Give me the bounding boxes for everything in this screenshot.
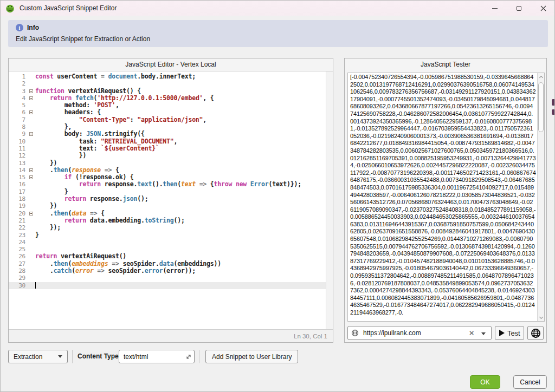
code-text: return fetch('http://127.0.0.1:5000/embe…: [35, 95, 326, 102]
code-line: 1const userContent = document.body.inner…: [9, 73, 326, 80]
tester-output[interactable]: [-0.004752340726554394,-0.00598675198853…: [348, 73, 537, 321]
line-number: 25: [9, 246, 28, 253]
tester-scrollbar[interactable]: [537, 73, 544, 321]
scroll-up-button[interactable]: [538, 73, 545, 80]
fold-marker[interactable]: [28, 210, 35, 217]
line-number: 7: [9, 116, 28, 123]
code-line: 9 body: JSON.stringify({: [9, 130, 326, 138]
code-line: 19 }): [9, 202, 326, 210]
fold-marker[interactable]: [28, 174, 35, 181]
minimize-icon: [492, 8, 498, 9]
maximize-icon: [517, 6, 521, 11]
code-line: 2: [9, 80, 326, 87]
code-text: },: [35, 123, 326, 130]
code-text: function vertextAiRequest() {: [35, 88, 326, 95]
window-edge-artifact: [552, 109, 555, 115]
code-editor[interactable]: 1const userContent = document.body.inner…: [9, 71, 333, 329]
tester-panel: JavaScript Tester [-0.004752340726554394…: [344, 58, 547, 343]
line-number: 8: [9, 123, 28, 130]
code-text: return vertextAiRequest(): [35, 253, 326, 260]
code-line: 10 task: "RETRIEVAL_DOCUMENT",: [9, 138, 326, 145]
fold-gutter: [28, 123, 35, 130]
line-number: 30: [9, 282, 28, 289]
code-line: 25: [9, 246, 326, 253]
line-number: 29: [9, 275, 28, 282]
scrollbar-thumb[interactable]: [538, 82, 544, 132]
fold-gutter: [28, 160, 35, 167]
ok-button[interactable]: OK: [470, 375, 500, 389]
url-combobox[interactable]: ×: [347, 326, 492, 340]
close-button[interactable]: [531, 1, 555, 16]
line-number: 5: [9, 102, 28, 109]
code-text: const userContent = document.body.innerT…: [35, 73, 326, 80]
code-text: return response.text().then(text => {thr…: [35, 181, 326, 188]
fold-marker[interactable]: [28, 130, 35, 138]
browser-view-button[interactable]: [527, 326, 544, 340]
fold-gutter: [28, 73, 35, 80]
code-text: [35, 275, 326, 282]
fold-gutter: [28, 188, 35, 195]
add-snippet-button[interactable]: Add Snippet to User Library: [205, 350, 298, 363]
code-line: 4 return fetch('http://127.0.0.1:5000/em…: [9, 95, 326, 102]
line-number: 10: [9, 138, 28, 145]
fold-gutter: [28, 217, 35, 224]
code-text: [35, 282, 326, 289]
code-text: }: [35, 188, 326, 195]
chevron-down-icon: [539, 315, 543, 318]
code-text: "Content-Type": "application/json",: [35, 116, 326, 123]
line-number: 1: [9, 73, 28, 80]
globe-icon: [351, 329, 359, 337]
cancel-button[interactable]: Cancel: [513, 375, 547, 389]
url-dropdown-arrow[interactable]: [481, 332, 486, 335]
play-icon: [499, 330, 505, 336]
fold-gutter: [28, 260, 35, 267]
expand-icon[interactable]: [185, 354, 192, 360]
fold-gutter: [28, 267, 35, 275]
url-input[interactable]: [362, 327, 465, 339]
content-types-label: Content Types: [78, 350, 122, 363]
fold-marker[interactable]: [28, 95, 35, 102]
separator: [199, 350, 199, 363]
code-line: 13 }): [9, 160, 326, 167]
code-line: 16 return response.text().then(text => {…: [9, 181, 326, 188]
fold-marker[interactable]: [28, 109, 35, 116]
fold-gutter: [28, 195, 35, 202]
content-types-field[interactable]: [119, 350, 195, 363]
fold-gutter: [28, 239, 35, 246]
close-icon: [540, 5, 546, 11]
code-text: task: "RETRIEVAL_DOCUMENT",: [35, 138, 326, 145]
code-line: 5 method: 'POST',: [9, 102, 326, 109]
snippet-type-dropdown[interactable]: Extraction: [8, 350, 68, 363]
code-text: return response.json();: [35, 195, 326, 202]
fold-gutter: [28, 152, 35, 159]
tester-output-box: [-0.004752340726554394,-0.00598675198853…: [347, 73, 545, 322]
line-number: 18: [9, 195, 28, 202]
info-banner: i Info Edit JavaScript Snippet for Extra…: [8, 20, 548, 47]
editor-scrollbar[interactable]: [326, 71, 333, 329]
code-line: 6 headers: {: [9, 109, 326, 116]
code-text: }): [35, 202, 326, 210]
code-line: 27 .then(embeddings => seoSpider.data(em…: [9, 260, 326, 267]
code-line: 30: [9, 282, 326, 289]
editor-panel: JavaScript Editor - Vertex Local 1const …: [8, 58, 333, 343]
line-number: 13: [9, 160, 28, 167]
line-number: 26: [9, 253, 28, 260]
clear-url-icon[interactable]: ×: [469, 328, 474, 338]
line-number: 4: [9, 95, 28, 102]
fold-marker[interactable]: [28, 88, 35, 95]
line-number: 9: [9, 130, 28, 138]
line-number: 14: [9, 167, 28, 174]
code-line: 18 return response.json();: [9, 195, 326, 202]
minimize-button[interactable]: [482, 1, 507, 16]
maximize-button[interactable]: [507, 1, 531, 16]
code-line: 8 },: [9, 123, 326, 130]
fold-gutter: [28, 102, 35, 109]
content-types-input[interactable]: [122, 351, 183, 362]
fold-marker[interactable]: [28, 167, 35, 174]
fold-gutter: [28, 181, 35, 188]
code-line: 11 text: `${userContent}`: [9, 145, 326, 152]
line-number: 17: [9, 188, 28, 195]
scroll-down-button[interactable]: [538, 314, 545, 321]
test-button[interactable]: Test: [495, 326, 524, 340]
line-number: 15: [9, 174, 28, 181]
